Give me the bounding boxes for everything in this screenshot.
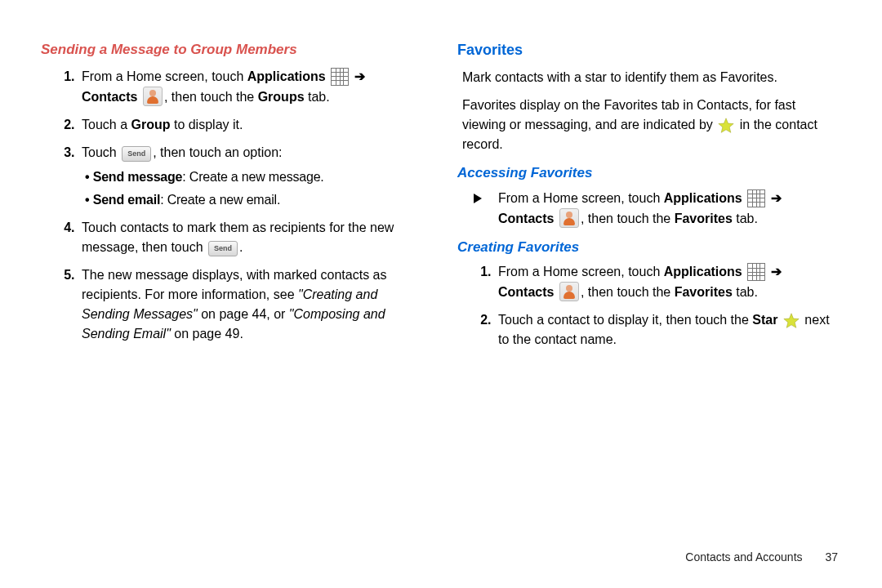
favorites-intro-2: Favorites display on the Favorites tab i… [462,96,841,154]
applications-icon [331,68,349,86]
star-icon [783,313,800,329]
creating-step-2: Touch a contact to display it, then touc… [495,310,841,350]
step-4: Touch contacts to mark them as recipient… [78,218,425,257]
applications-icon [747,263,765,281]
step-2: Touch a Group to display it. [78,115,425,135]
contacts-icon [559,208,579,228]
star-icon [718,118,734,134]
accessing-step: From a Home screen, touch Applications ➔… [495,189,841,229]
left-column: Sending a Message to Group Members From … [41,36,425,358]
contacts-icon [559,282,579,301]
step-5: The new message displays, with marked co… [78,265,425,344]
step-3: Touch Send, then touch an option: Send m… [78,143,425,210]
svg-marker-0 [719,118,733,133]
footer-section: Contacts and Accounts [685,550,802,564]
page-footer: Contacts and Accounts 37 [685,550,838,564]
bullet-send-message: Send message: Create a new message. [82,167,425,187]
footer-page-number: 37 [825,550,838,564]
heading-sending-message: Sending a Message to Group Members [41,39,425,60]
svg-marker-1 [784,314,799,328]
heading-accessing-favorites: Accessing Favorites [457,163,841,184]
creating-step-1: From a Home screen, touch Applications ➔… [495,262,841,302]
step-1: From a Home screen, touch Applications ➔… [78,67,425,107]
send-button-icon: Send [208,241,238,257]
heading-favorites: Favorites [457,39,841,61]
heading-creating-favorites: Creating Favorites [457,237,841,258]
contacts-icon [143,87,163,106]
applications-icon [747,189,765,207]
send-button-icon: Send [122,146,151,163]
right-column: Favorites Mark contacts with a star to i… [457,36,841,358]
bullet-send-email: Send email: Create a new email. [82,190,425,210]
favorites-intro-1: Mark contacts with a star to identify th… [462,68,841,87]
